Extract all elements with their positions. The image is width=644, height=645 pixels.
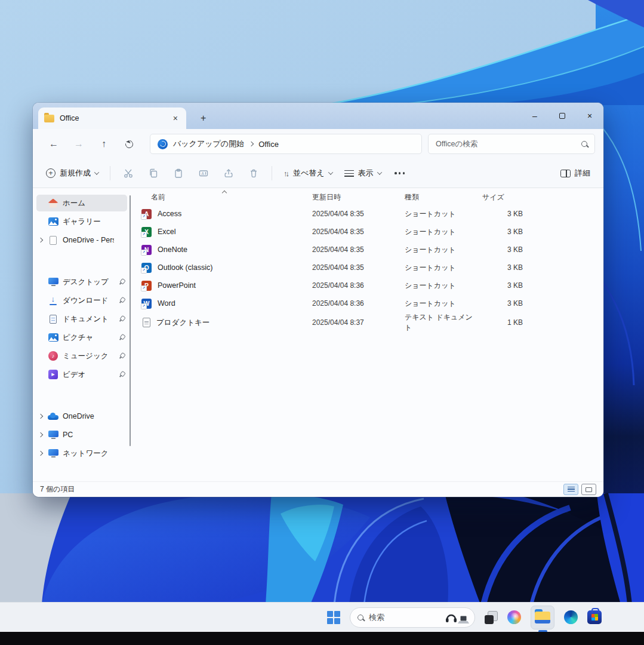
toolbar-divider [110,166,110,180]
pin-icon [116,296,126,305]
delete-button[interactable] [241,162,266,184]
details-view-toggle[interactable] [563,484,578,495]
sidebar-item-label: ミュージック [63,351,114,361]
refresh-button[interactable] [116,134,141,154]
start-button[interactable] [327,611,340,624]
file-size: 3 KB [477,281,529,290]
file-explorer-window: Office × + – × ← → ↑ バックアップの開始 Office Of… [33,103,603,497]
rename-icon: A [198,168,209,179]
screen-bezel [0,632,644,645]
copy-button[interactable] [141,162,166,184]
file-row-excel[interactable]: X Excel 2025/04/04 8:35 ショートカット 3 KB [133,223,603,241]
file-explorer-taskbar-button[interactable] [531,606,554,629]
sidebar-item-network[interactable]: ネットワーク [36,445,127,462]
breadcrumb-root[interactable]: バックアップの開始 [173,139,244,149]
file-row-access[interactable]: A Access 2025/04/04 8:35 ショートカット 3 KB [133,205,603,223]
sidebar-item-onedrive-personal[interactable]: OneDrive - Pers [36,232,127,248]
file-name-cell: A Access [133,209,307,219]
forward-button[interactable]: → [66,134,91,154]
sort-button[interactable]: ↑↓ 並べ替え [278,162,338,184]
plus-circle-icon: + [46,168,56,178]
sidebar-item-documents[interactable]: ドキュメント [36,311,127,327]
file-row-word[interactable]: W Word 2025/04/04 8:36 ショートカット 3 KB [133,294,603,312]
expand-chevron-icon[interactable] [39,433,44,437]
sidebar-item-videos[interactable]: ビデオ [36,366,127,383]
rename-button[interactable]: A [191,162,216,184]
sidebar-item-pc[interactable]: PC [36,426,127,443]
search-box[interactable]: Officeの検索 [428,134,595,154]
folder-icon [44,115,54,122]
sidebar-group-top: ホーム ギャラリー OneDrive - Pers [33,195,133,248]
breadcrumb-current[interactable]: Office [258,140,279,149]
file-size: 1 KB [477,318,529,327]
address-bar: ← → ↑ バックアップの開始 Office Officeの検索 [33,129,603,159]
column-header-date[interactable]: 更新日時 [307,192,400,202]
minimize-button[interactable]: – [521,103,549,129]
column-header-size[interactable]: サイズ [477,192,529,202]
sidebar-gap [33,250,133,272]
new-item-button[interactable]: + 新規作成 [40,162,104,184]
window-body: ホーム ギャラリー OneDrive - Pers [33,188,603,481]
sidebar-scrollbar[interactable] [130,195,131,446]
view-button[interactable]: 表示 [338,162,387,184]
sidebar-item-desktop[interactable]: デスクトップ [36,274,127,290]
file-type: ショートカット [400,263,477,273]
pin-icon [116,370,126,379]
share-button[interactable] [216,162,241,184]
file-row-product-key[interactable]: プロダクトキー 2025/04/04 8:37 テキスト ドキュメント 1 KB [133,312,603,330]
sidebar-item-label: ネットワーク [63,449,114,459]
tab-office[interactable]: Office × [38,108,186,129]
task-view-button[interactable] [485,611,498,624]
sidebar-item-label: ホーム [63,198,114,208]
sidebar-item-home[interactable]: ホーム [36,195,127,211]
file-row-outlook[interactable]: O Outlook (classic) 2025/04/04 8:35 ショート… [133,259,603,277]
file-date: 2025/04/04 8:35 [307,263,400,272]
edge-browser-button[interactable] [564,610,578,624]
expand-chevron-icon[interactable] [39,238,44,242]
expand-chevron-icon[interactable] [39,414,44,418]
view-label: 表示 [358,168,374,179]
search-placeholder: Officeの検索 [436,139,477,149]
sidebar-item-label: ピクチャ [63,333,114,343]
sidebar-item-pictures[interactable]: ピクチャ [36,329,127,346]
sidebar-item-music[interactable]: ミュージック [36,348,127,364]
file-type: ショートカット [400,227,477,237]
sidebar-item-label: ダウンロード [63,296,114,306]
details-view-icon [568,487,575,492]
access-shortcut-icon: A [141,209,152,219]
up-button[interactable]: ↑ [91,134,116,154]
back-button[interactable]: ← [41,134,66,154]
column-header-type[interactable]: 種類 [400,192,477,202]
videos-icon [48,370,58,380]
powerpoint-shortcut-icon: P [141,281,152,291]
copy-icon [148,168,159,179]
expand-chevron-icon[interactable] [39,452,44,455]
paste-button[interactable] [166,162,191,184]
taskbar-search-placeholder: 検索 [369,612,384,623]
file-row-onenote[interactable]: N OneNote 2025/04/04 8:35 ショートカット 3 KB [133,241,603,259]
cut-button[interactable] [116,162,141,184]
sidebar-item-downloads[interactable]: ダウンロード [36,292,127,309]
details-pane-button[interactable]: 詳細 [554,162,596,184]
more-options-button[interactable] [387,162,412,184]
sidebar-item-gallery[interactable]: ギャラリー [36,213,127,230]
sidebar-item-onedrive[interactable]: OneDrive [36,408,127,425]
file-row-powerpoint[interactable]: P PowerPoint 2025/04/04 8:36 ショートカット 3 K… [133,277,603,294]
file-name-cell: P PowerPoint [133,281,307,291]
tab-close-icon[interactable]: × [171,113,180,123]
outlook-shortcut-icon: O [141,263,152,273]
microsoft-store-button[interactable] [587,610,602,624]
file-name: Word [158,299,175,308]
column-header-name[interactable]: 名前 [133,192,307,202]
taskbar-search[interactable]: 検索 [350,607,475,628]
large-icons-view-toggle[interactable] [581,484,596,495]
file-name-cell: N OneNote [133,245,307,255]
copilot-button[interactable] [507,610,521,624]
breadcrumb[interactable]: バックアップの開始 Office [150,134,422,154]
file-type: ショートカット [400,209,477,219]
close-button[interactable]: × [576,103,603,129]
sidebar-item-label: OneDrive [63,412,114,420]
maximize-button[interactable] [549,103,576,129]
excel-shortcut-icon: X [141,227,152,237]
new-tab-button[interactable]: + [193,108,213,129]
